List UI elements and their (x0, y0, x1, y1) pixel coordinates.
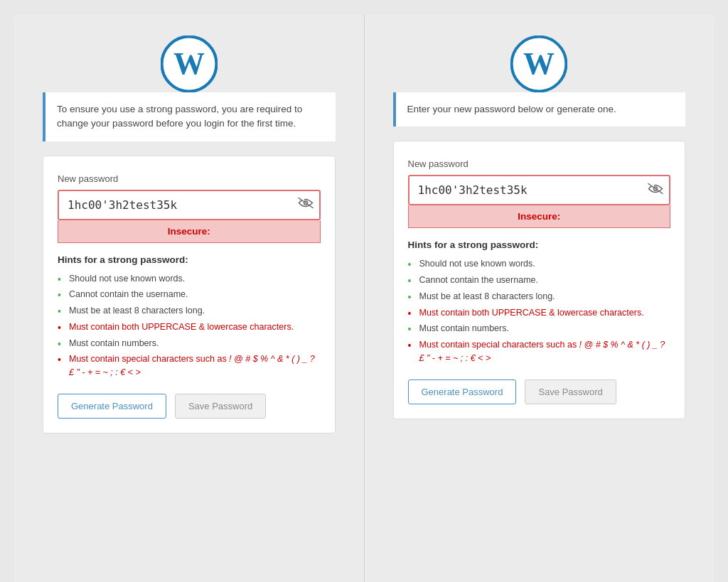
svg-text:W: W (523, 46, 555, 81)
right-save-label: Save Password (538, 387, 602, 397)
right-generate-label: Generate Password (422, 387, 503, 397)
left-panel: W To ensure you use a strong password, y… (14, 14, 364, 582)
left-hint-6: Must contain special characters such as … (58, 352, 321, 379)
left-info-box: To ensure you use a strong password, you… (43, 92, 336, 141)
left-save-button: Save Password (175, 394, 266, 419)
left-password-card: New password Insecure: Hints for a (43, 156, 336, 433)
left-hint-1: Should not use known words. (58, 272, 321, 286)
left-save-label: Save Password (188, 401, 252, 411)
right-hints-section: Hints for a strong password: Should not … (408, 239, 671, 365)
left-field-label: New password (58, 173, 321, 184)
right-eye-icon[interactable] (648, 183, 663, 198)
right-hint-3: Must be at least 8 characters long. (408, 290, 671, 303)
left-input-wrapper (58, 190, 321, 220)
left-insecure-label: Insecure: (168, 226, 210, 237)
left-password-input[interactable] (58, 190, 321, 220)
right-password-card: New password Insecure: Hints for a stron… (393, 141, 686, 419)
right-hint-2: Cannot contain the username. (408, 274, 671, 287)
right-info-text: Enter your new password below or generat… (407, 104, 616, 114)
svg-text:W: W (173, 46, 205, 81)
left-hints-list: Should not use known words. Cannot conta… (58, 272, 321, 379)
right-hint-1: Should not use known words. (408, 257, 671, 271)
left-card-buttons: Generate Password Save Password (58, 394, 321, 419)
right-input-wrapper (408, 175, 671, 205)
left-hint-2: Cannot contain the username. (58, 288, 321, 301)
right-insecure-bar: Insecure: (408, 205, 671, 228)
left-info-text: To ensure you use a strong password, you… (57, 104, 302, 129)
right-password-input[interactable] (408, 175, 671, 205)
right-info-box: Enter your new password below or generat… (393, 92, 686, 126)
right-hints-title: Hints for a strong password: (408, 239, 671, 250)
right-hints-list: Should not use known words. Cannot conta… (408, 257, 671, 365)
right-hint-4: Must contain both UPPERCASE & lowercase … (408, 306, 671, 320)
right-field-label: New password (408, 158, 671, 169)
left-hint-4: Must contain both UPPERCASE & lowercase … (58, 320, 321, 334)
left-hint-3: Must be at least 8 characters long. (58, 304, 321, 318)
left-hints-section: Hints for a strong password: Should not … (58, 254, 321, 379)
left-hint-5: Must contain numbers. (58, 337, 321, 350)
left-eye-icon[interactable] (298, 198, 314, 212)
page-container: W To ensure you use a strong password, y… (14, 14, 714, 582)
left-generate-button[interactable]: Generate Password (58, 394, 166, 419)
right-hint-5: Must contain numbers. (408, 322, 671, 335)
right-card-buttons: Generate Password Save Password (408, 379, 671, 404)
left-hints-title: Hints for a strong password: (58, 254, 321, 265)
left-insecure-bar: Insecure: (58, 220, 321, 243)
right-save-button: Save Password (525, 379, 616, 404)
right-generate-button[interactable]: Generate Password (408, 379, 517, 404)
wordpress-logo-right: W (510, 36, 567, 92)
right-panel: W Enter your new password below or gener… (365, 14, 714, 582)
wordpress-logo-left: W (161, 36, 218, 92)
right-hint-6: Must contain special characters such as … (408, 338, 671, 365)
left-generate-label: Generate Password (71, 401, 153, 411)
right-insecure-label: Insecure: (518, 211, 560, 222)
